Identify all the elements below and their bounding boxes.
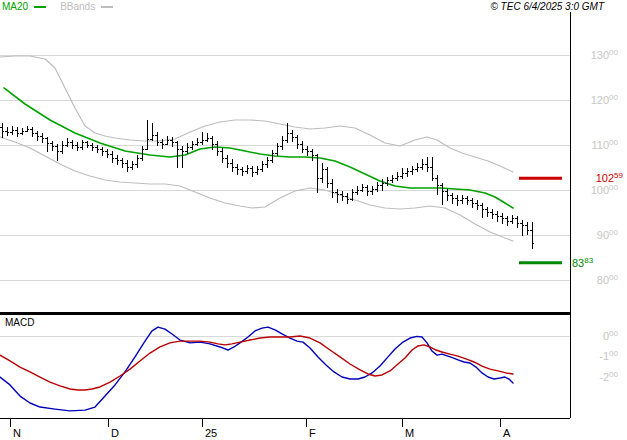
macd-axis-labels: 000-100-200 <box>599 329 618 383</box>
axis-tick-label: 11000 <box>592 138 619 151</box>
axis-tick-label: -100 <box>599 349 618 362</box>
chart-legend: MA20 BBands <box>2 1 113 13</box>
x-axis-label-A: A <box>503 427 511 439</box>
price-gridlines <box>0 55 570 280</box>
signal-line <box>0 336 513 390</box>
bbands-legend-dash <box>101 6 113 8</box>
macd-panel-label: MACD <box>5 317 34 328</box>
copyright-timestamp: © TEC 6/4/2025 3:0 GMT <box>490 1 604 12</box>
x-axis-label-M: M <box>405 427 414 439</box>
stock-chart-screen: 1025983831300012000110001000090008000000… <box>0 0 627 440</box>
axis-tick-label: -200 <box>599 370 618 383</box>
bbands-legend-label: BBands <box>60 1 95 13</box>
price-axis-labels: 1300012000110001000090008000 <box>591 48 619 286</box>
axis-tick-label: 9000 <box>597 228 619 241</box>
axis-tick-label: 13000 <box>591 48 619 61</box>
macd-line <box>0 327 513 411</box>
x-axis-ticks: ND25FMA <box>10 418 511 439</box>
axis-tick-label: 10000 <box>591 183 619 196</box>
ma20-legend-dash <box>34 6 46 8</box>
x-axis-label-N: N <box>13 427 21 439</box>
x-axis-label-D: D <box>111 427 119 439</box>
ohlc-bars <box>0 120 534 249</box>
bollinger-upper-line <box>0 56 513 172</box>
axis-tick-label: 000 <box>603 329 619 342</box>
ma20-legend-label: MA20 <box>2 1 28 13</box>
chart-canvas: 1025983831300012000110001000090008000000… <box>0 0 627 440</box>
axis-tick-label: 12000 <box>591 93 619 106</box>
panel-separator <box>0 312 570 315</box>
axis-tick-label: 8383 <box>572 256 594 269</box>
x-axis-label-25: 25 <box>205 427 217 439</box>
x-axis-label-F: F <box>309 427 316 439</box>
axis-tick-label: 8000 <box>597 273 619 286</box>
